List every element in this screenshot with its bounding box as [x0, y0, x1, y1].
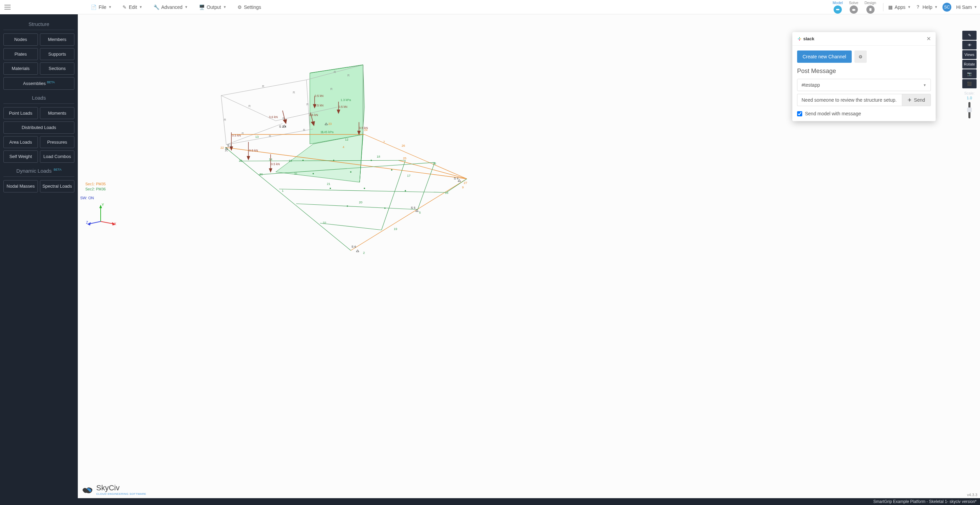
svg-text:R: R [262, 84, 264, 88]
point-loads-button[interactable]: Point Loads [3, 107, 38, 119]
menu-output-label: Output [207, 5, 221, 10]
svg-text:S 6: S 6 [352, 245, 356, 249]
menu-advanced[interactable]: 🔧Advanced▼ [148, 2, 194, 12]
post-message-heading: Post Message [797, 68, 931, 75]
send-model-checkbox[interactable] [797, 111, 802, 116]
message-input[interactable] [797, 94, 902, 106]
user-menu[interactable]: Hi Sam▼ [956, 5, 977, 10]
hamburger-menu[interactable] [3, 2, 12, 12]
distributed-loads-button[interactable]: Distributed Loads [3, 121, 75, 134]
sections-button[interactable]: Sections [40, 62, 75, 75]
materials-button[interactable]: Materials [3, 62, 38, 75]
beta-badge: BETA [47, 81, 55, 84]
send-model-label: Send model with message [805, 111, 861, 116]
svg-text:S 2,4: S 2,4 [279, 125, 286, 128]
pressures-button[interactable]: Pressures [40, 136, 75, 148]
load-combos-button[interactable]: Load Combos [40, 150, 75, 163]
svg-text:S 1: S 1 [227, 144, 232, 147]
svg-text:24: 24 [364, 128, 368, 132]
send-button[interactable]: ✈Send [902, 94, 931, 106]
avatar-initials: SC [944, 5, 950, 10]
tab-design-label: Design [864, 1, 876, 5]
edit-tool-button[interactable]: ✎ [962, 31, 977, 40]
nodal-masses-button[interactable]: Nodal Masses [3, 180, 38, 193]
avatar[interactable]: SC [942, 3, 951, 11]
svg-text:16: 16 [445, 191, 449, 194]
svg-marker-56 [247, 156, 250, 160]
assemblies-button[interactable]: Assemblies BETA [3, 77, 75, 90]
menu-edit[interactable]: ✎Edit▼ [117, 2, 148, 12]
cloud-icon [850, 5, 858, 14]
loads-heading: Loads [3, 92, 75, 104]
model-icon [834, 5, 842, 14]
tab-solve[interactable]: Solve [849, 1, 859, 14]
perspective-button[interactable]: ⬛ [962, 79, 977, 88]
channel-select[interactable]: #testapp▼ [797, 79, 931, 91]
menu-output[interactable]: 🖥️Output▼ [194, 2, 232, 12]
eye-icon: 👁 [968, 43, 972, 47]
svg-text:23: 23 [328, 122, 332, 126]
svg-text:18: 18 [377, 155, 380, 158]
svg-text:21: 21 [327, 182, 330, 186]
self-weight-button[interactable]: Self Weight [3, 150, 38, 163]
svg-line-40 [418, 162, 435, 210]
spectral-loads-button[interactable]: Spectral Loads [40, 180, 75, 193]
supports-button[interactable]: Supports [40, 48, 75, 61]
menu-settings-label: Settings [244, 5, 261, 10]
svg-text:0.5 kN: 0.5 kN [339, 105, 347, 108]
camera-icon: 📷 [967, 72, 972, 76]
svg-text:R: R [330, 88, 333, 91]
menu-settings[interactable]: ⚙Settings [232, 2, 267, 12]
plates-button[interactable]: Plates [3, 48, 38, 61]
channel-value: #testapp [802, 82, 820, 88]
slack-settings-button[interactable]: ⚙ [854, 51, 867, 63]
svg-text:0.5 kN: 0.5 kN [315, 104, 323, 107]
close-button[interactable]: ✕ [926, 35, 931, 42]
scale-value: 1.0 [962, 96, 977, 100]
sec1-label: Sec1: PM35 [85, 182, 106, 186]
svg-rect-125 [799, 39, 800, 41]
help-label: Help [922, 5, 932, 10]
monitor-icon: 🖥️ [199, 5, 205, 10]
apps-button[interactable]: ▦Apps▼ [888, 5, 911, 10]
scale-slider[interactable] [969, 102, 970, 118]
slack-logo: slack [797, 36, 815, 41]
slack-brand-label: slack [803, 36, 815, 41]
members-button[interactable]: Members [40, 33, 75, 46]
brand-name: SkyCiv [96, 484, 146, 492]
svg-marker-60 [283, 119, 286, 124]
svg-text:20: 20 [359, 201, 363, 204]
send-label: Send [914, 97, 925, 103]
tab-model[interactable]: Model [833, 1, 843, 14]
chevron-down-icon: ▼ [923, 83, 926, 87]
svg-text:S 5: S 5 [411, 206, 415, 210]
svg-point-51 [347, 206, 348, 207]
visibility-button[interactable]: 👁 [962, 41, 977, 49]
moments-button[interactable]: Moments [40, 107, 75, 119]
scale-label: Scale: [962, 91, 977, 95]
help-button[interactable]: ？Help▼ [915, 4, 938, 10]
slider-thumb[interactable] [967, 107, 972, 112]
svg-point-49 [364, 188, 365, 189]
nodes-button[interactable]: Nodes [3, 33, 38, 46]
svg-point-42 [302, 160, 304, 161]
svg-line-117 [89, 221, 101, 224]
svg-text:9: 9 [462, 186, 464, 189]
slack-icon [797, 37, 802, 41]
tab-design[interactable]: Design [864, 1, 876, 14]
svg-text:R: R [224, 118, 226, 121]
svg-text:3.6 kN: 3.6 kN [269, 115, 278, 119]
create-channel-button[interactable]: Create new Channel [797, 51, 852, 63]
menu-file[interactable]: 📄File▼ [85, 2, 117, 12]
camera-button[interactable]: 📷 [962, 69, 977, 78]
svg-rect-123 [800, 38, 801, 39]
document-icon [866, 5, 875, 14]
views-button[interactable]: Views [962, 50, 977, 59]
close-icon: ✕ [926, 36, 931, 41]
svg-text:0.5 kN: 0.5 kN [315, 94, 323, 97]
svg-text:0.5 kN: 0.5 kN [232, 134, 241, 137]
area-loads-button[interactable]: Area Loads [3, 136, 38, 148]
rotate-button[interactable]: Rotate [962, 60, 977, 69]
svg-point-46 [350, 171, 352, 173]
svg-text:30: 30 [259, 173, 263, 176]
